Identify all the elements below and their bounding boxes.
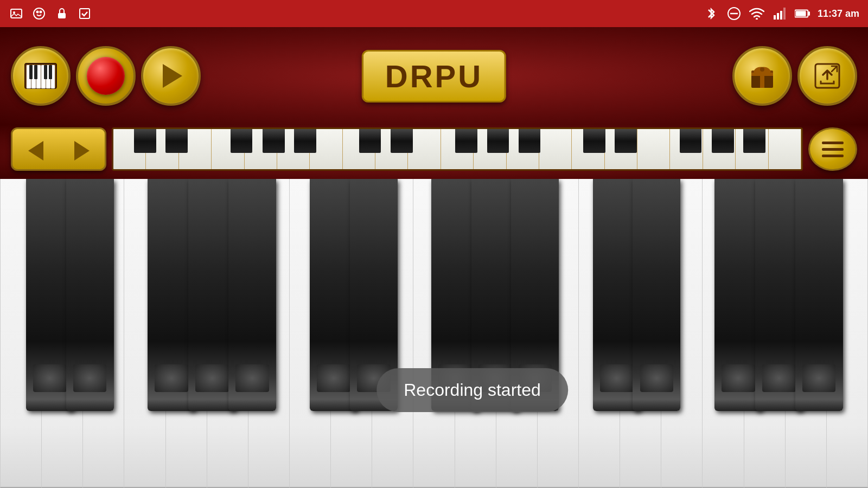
toolbar-right xyxy=(732,46,857,106)
next-button[interactable] xyxy=(59,129,105,171)
gift-icon xyxy=(747,61,777,91)
piano-keys-icon xyxy=(24,62,58,89)
svg-rect-5 xyxy=(58,13,66,18)
toast-text: Recording started xyxy=(404,380,541,400)
svg-rect-12 xyxy=(780,11,782,20)
black-key-15[interactable] xyxy=(795,179,843,411)
signal-icon xyxy=(772,6,787,21)
no-entry-icon xyxy=(726,6,742,21)
svg-rect-10 xyxy=(774,15,776,20)
drpu-text: DRPU xyxy=(385,59,483,94)
record-circle xyxy=(87,57,125,95)
status-right-icons: 11:37 am xyxy=(704,6,859,21)
lock-icon xyxy=(54,6,69,21)
svg-point-4 xyxy=(40,11,42,13)
svg-rect-6 xyxy=(80,9,90,18)
record-button[interactable] xyxy=(76,46,136,106)
export-button[interactable] xyxy=(797,46,857,106)
svg-line-36 xyxy=(832,66,837,72)
mini-key xyxy=(539,129,572,169)
menu-button[interactable] xyxy=(808,127,857,171)
svg-rect-13 xyxy=(783,8,786,20)
main-toolbar: DRPU xyxy=(0,27,868,125)
status-left-icons xyxy=(9,6,92,21)
play-button[interactable] xyxy=(141,46,201,106)
gift-button[interactable] xyxy=(732,46,792,106)
svg-point-2 xyxy=(34,8,44,19)
mini-keyboard xyxy=(112,127,803,171)
svg-rect-16 xyxy=(796,11,806,16)
mini-key xyxy=(408,129,441,169)
play-icon xyxy=(163,64,182,88)
checkmark-icon xyxy=(77,6,92,21)
svg-rect-27 xyxy=(49,65,52,79)
svg-point-34 xyxy=(760,67,764,72)
mini-key xyxy=(637,129,670,169)
mini-key xyxy=(769,129,801,169)
export-icon xyxy=(813,62,841,90)
svg-point-9 xyxy=(756,18,758,20)
image-icon xyxy=(9,6,24,21)
svg-rect-24 xyxy=(29,65,33,79)
black-key-2[interactable] xyxy=(66,179,114,411)
svg-rect-25 xyxy=(34,65,37,79)
emoji-icon xyxy=(31,6,47,21)
svg-rect-15 xyxy=(808,11,810,15)
piano-keyboard[interactable]: Recording started xyxy=(0,179,868,488)
prev-button[interactable] xyxy=(12,129,59,171)
drpu-logo: DRPU xyxy=(362,50,506,102)
menu-icon xyxy=(822,142,844,157)
wifi-icon xyxy=(749,6,764,21)
svg-point-3 xyxy=(37,11,39,13)
toast-notification: Recording started xyxy=(376,368,568,412)
left-arrow-icon xyxy=(28,141,43,160)
svg-rect-26 xyxy=(44,65,47,79)
time-display: 11:37 am xyxy=(818,8,859,20)
right-arrow-icon xyxy=(74,141,90,160)
svg-rect-11 xyxy=(777,13,779,20)
black-key-12[interactable] xyxy=(633,179,680,411)
status-bar: 11:37 am xyxy=(0,0,868,27)
bluetooth-icon xyxy=(704,6,719,21)
svg-rect-0 xyxy=(11,9,22,18)
battery-icon xyxy=(795,6,810,21)
second-toolbar xyxy=(0,125,868,179)
piano-keys-button[interactable] xyxy=(11,46,71,106)
nav-arrows xyxy=(11,127,106,171)
black-key-5[interactable] xyxy=(228,179,276,411)
